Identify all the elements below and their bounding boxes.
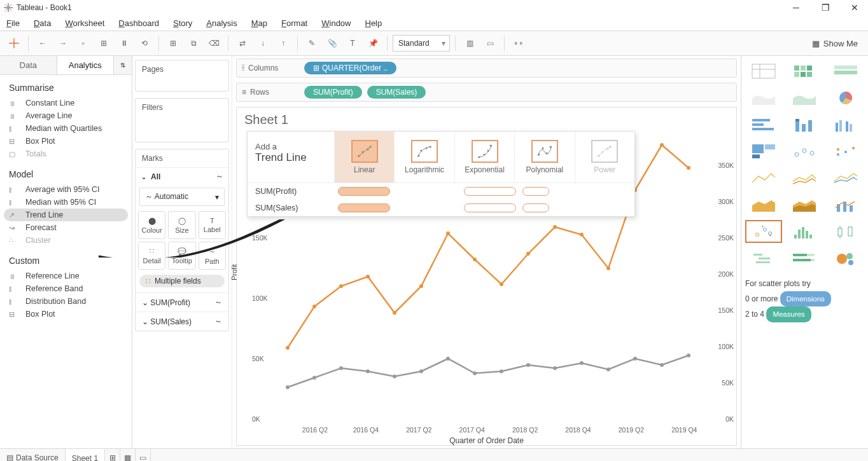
chart-pie[interactable] bbox=[827, 86, 864, 109]
path-cell[interactable]: ～Path bbox=[199, 242, 226, 270]
analytics-tab[interactable]: Analytics bbox=[57, 56, 115, 74]
chart-gantt[interactable] bbox=[745, 247, 782, 270]
refresh-icon[interactable]: ⟲ bbox=[136, 34, 153, 52]
undo-icon[interactable]: ← bbox=[34, 34, 52, 52]
dist-band-item[interactable]: ⫿Distribution Band bbox=[4, 295, 128, 308]
menu-format[interactable]: Format bbox=[281, 18, 307, 28]
highlight-icon[interactable]: ✎ bbox=[303, 34, 321, 52]
filters-shelf[interactable]: Filters bbox=[135, 98, 229, 142]
chart-packed-bubbles[interactable] bbox=[827, 247, 864, 270]
pages-shelf[interactable]: Pages bbox=[135, 60, 229, 92]
redo-icon[interactable]: → bbox=[54, 34, 72, 52]
chart-hbar[interactable] bbox=[745, 113, 782, 136]
minimize-button[interactable]: ─ bbox=[787, 1, 806, 14]
new-sheet-button[interactable]: ⊞ bbox=[105, 449, 120, 461]
ref-line-item[interactable]: ⫼Reference Line bbox=[4, 270, 128, 282]
chart-line-disc[interactable] bbox=[786, 167, 823, 189]
sort-desc-icon[interactable]: ↑ bbox=[274, 34, 292, 52]
trend-sales-linear[interactable] bbox=[338, 203, 390, 212]
chart-text-table[interactable] bbox=[745, 60, 782, 83]
attach-icon[interactable]: 📎 bbox=[323, 34, 341, 52]
text-icon[interactable]: T bbox=[344, 34, 361, 52]
mark-type-dropdown[interactable]: ～ Automatic▾ bbox=[139, 188, 225, 206]
fit-dropdown[interactable]: Standard bbox=[393, 35, 450, 52]
pause-icon[interactable]: ⏸ bbox=[115, 34, 133, 52]
menu-story[interactable]: Story bbox=[173, 18, 192, 28]
marks-all[interactable]: ⌄All～ bbox=[136, 167, 228, 185]
forecast-item[interactable]: ↝Forecast bbox=[4, 221, 128, 234]
ref-band-item[interactable]: ⫿Reference Band bbox=[4, 282, 128, 295]
average-line-item[interactable]: ⫼Average Line bbox=[4, 109, 128, 122]
save-icon[interactable]: ▫ bbox=[74, 34, 92, 52]
close-button[interactable]: ✕ bbox=[845, 1, 864, 14]
columns-shelf[interactable]: ⦙⦙Columns ⊞ QUARTER(Order .. bbox=[236, 58, 737, 78]
data-source-tab[interactable]: ▤Data Source bbox=[0, 449, 66, 461]
chart-side-bar[interactable] bbox=[827, 113, 864, 136]
sheet1-tab[interactable]: Sheet 1 bbox=[66, 449, 105, 461]
multiple-fields-pill[interactable]: ∷Multiple fields bbox=[139, 275, 225, 287]
marks-profit-row[interactable]: ⌄ SUM(Profit)～ bbox=[136, 292, 228, 312]
swap-icon[interactable]: ⇄ bbox=[234, 34, 251, 52]
tableau-icon[interactable] bbox=[5, 34, 23, 52]
label-cell[interactable]: TLabel bbox=[199, 211, 226, 239]
new-story-button[interactable]: ▭ bbox=[136, 449, 151, 461]
menu-data[interactable]: Data bbox=[34, 18, 51, 28]
chart-bullet[interactable] bbox=[786, 247, 823, 270]
new-worksheet-icon[interactable]: ⊞ bbox=[164, 34, 182, 52]
size-cell[interactable]: ◯Size bbox=[168, 211, 195, 239]
box-plot-item[interactable]: ⊟Box Plot bbox=[4, 135, 128, 148]
duplicate-icon[interactable]: ⧉ bbox=[185, 34, 202, 52]
show-cards-icon[interactable]: ▥ bbox=[461, 34, 479, 52]
new-data-icon[interactable]: ⊞ bbox=[95, 34, 113, 52]
menu-file[interactable]: File bbox=[6, 18, 20, 28]
trend-sales-poly[interactable] bbox=[522, 203, 549, 212]
chart-side-circle[interactable] bbox=[827, 140, 864, 163]
menu-window[interactable]: Window bbox=[321, 18, 351, 28]
chart-scatter[interactable]: ++ bbox=[745, 220, 782, 243]
present-icon[interactable]: ▭ bbox=[481, 34, 499, 52]
show-me-button[interactable]: ▦ Show Me bbox=[807, 36, 863, 51]
chart-area-disc[interactable] bbox=[786, 193, 823, 216]
new-dashboard-button[interactable]: ▦ bbox=[120, 449, 136, 461]
trend-profit-poly[interactable] bbox=[522, 187, 549, 196]
menu-map[interactable]: Map bbox=[251, 18, 267, 28]
chart-line-cont[interactable] bbox=[745, 167, 782, 189]
trend-log-option[interactable]: Logarithmic bbox=[394, 132, 454, 182]
chart-stacked-bar[interactable] bbox=[786, 113, 823, 136]
pin-icon[interactable]: 📌 bbox=[364, 34, 382, 52]
marks-sales-row[interactable]: ⌄ SUM(Sales)～ bbox=[136, 312, 228, 331]
chart-map-symbol[interactable] bbox=[745, 86, 782, 109]
share-icon[interactable]: ∘∘ bbox=[510, 34, 528, 52]
chart-histogram[interactable] bbox=[786, 220, 823, 243]
trend-line-item[interactable]: ↗Trend Line bbox=[4, 209, 128, 221]
sales-pill[interactable]: SUM(Sales) bbox=[367, 86, 426, 99]
chart-heatmap[interactable] bbox=[786, 60, 823, 83]
trend-sales-exp[interactable] bbox=[464, 203, 516, 212]
menu-dashboard[interactable]: Dashboard bbox=[118, 18, 159, 28]
data-tab[interactable]: Data bbox=[0, 56, 57, 74]
trend-poly-option[interactable]: Polynomial bbox=[514, 132, 574, 182]
trend-profit-exp[interactable] bbox=[464, 187, 516, 196]
avg-ci-item[interactable]: ⫿Average with 95% CI bbox=[4, 183, 128, 196]
trend-profit-linear[interactable] bbox=[338, 187, 390, 196]
trend-linear-option[interactable]: Linear bbox=[334, 132, 394, 182]
tooltip-cell[interactable]: 💬Tooltip bbox=[168, 242, 195, 270]
chart-treemap[interactable] bbox=[745, 140, 782, 163]
trend-exp-option[interactable]: Exponential bbox=[454, 132, 514, 182]
chart-boxplot[interactable] bbox=[827, 220, 864, 243]
colour-cell[interactable]: ⬤Colour bbox=[138, 211, 165, 239]
chart-highlight-table[interactable] bbox=[827, 60, 864, 83]
median-ci-item[interactable]: ⫿Median with 95% CI bbox=[4, 196, 128, 209]
constant-line-item[interactable]: ⫼Constant Line bbox=[4, 97, 128, 109]
chart-map-filled[interactable] bbox=[786, 86, 823, 109]
menu-worksheet[interactable]: Worksheet bbox=[65, 18, 104, 28]
rows-shelf[interactable]: ≡Rows SUM(Profit) SUM(Sales) bbox=[236, 83, 737, 102]
sort-icon[interactable]: ⇅ bbox=[114, 56, 132, 74]
chart-area-cont[interactable] bbox=[745, 193, 782, 216]
chart-circle-views[interactable] bbox=[786, 140, 823, 163]
profit-pill[interactable]: SUM(Profit) bbox=[304, 86, 362, 99]
box-plot-custom-item[interactable]: ⊟Box Plot bbox=[4, 308, 128, 320]
menu-analysis[interactable]: Analysis bbox=[206, 18, 237, 28]
chart-dual-combo[interactable] bbox=[827, 193, 864, 216]
sheet-title[interactable]: Sheet 1 bbox=[244, 113, 288, 127]
